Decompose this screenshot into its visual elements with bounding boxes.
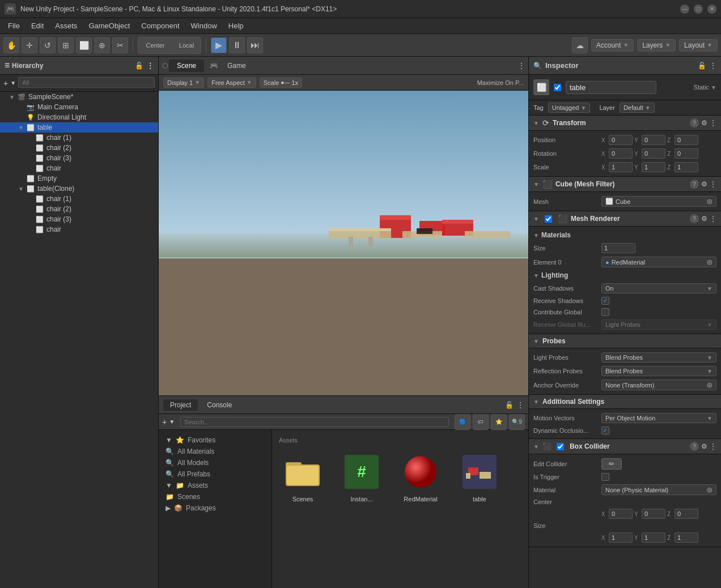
mesh-filter-help-icon[interactable]: ?: [690, 180, 699, 189]
play-button[interactable]: ▶: [211, 37, 227, 53]
hierarchy-menu-icon[interactable]: ⋮: [147, 62, 154, 70]
hierarchy-search-input[interactable]: [18, 77, 155, 88]
account-dropdown[interactable]: Account▼: [591, 39, 634, 52]
sidebar-item-all-models[interactable]: 🔍 All Models: [161, 457, 269, 468]
rotation-y-input[interactable]: [642, 148, 665, 159]
mesh-renderer-help-icon[interactable]: ?: [690, 214, 699, 223]
hierarchy-search-toggle[interactable]: ▼: [10, 80, 16, 86]
materials-subsection-header[interactable]: ▼ Materials: [529, 229, 721, 241]
hierarchy-item-1[interactable]: 📷 Main Camera: [0, 102, 158, 112]
sidebar-item-assets-header[interactable]: ▼ 📁 Assets: [161, 480, 269, 491]
hierarchy-item-8[interactable]: ⬜ Empty: [0, 173, 158, 184]
transform-component-header[interactable]: ▼ ⟳ Transform ? ⚙ ⋮: [529, 116, 721, 131]
scale-z-input[interactable]: [675, 162, 698, 172]
rotation-x-input[interactable]: [609, 148, 633, 159]
asset-search-input[interactable]: [180, 417, 449, 427]
hierarchy-item-9[interactable]: ▼ ⬜ table(Clone): [0, 184, 158, 194]
hierarchy-item-4[interactable]: ⬜ chair (1): [0, 133, 158, 143]
element0-select-icon[interactable]: ◎: [707, 258, 712, 266]
local-button[interactable]: Local: [172, 37, 201, 53]
hierarchy-item-12[interactable]: ⬜ chair (3): [0, 214, 158, 224]
sidebar-item-scenes[interactable]: 📁 Scenes: [161, 491, 269, 502]
mesh-filter-header[interactable]: ▼ ⬛ Cube (Mesh Filter) ? ⚙ ⋮: [529, 177, 721, 192]
sidebar-item-all-prefabs[interactable]: 🔍 All Prefabs: [161, 468, 269, 480]
anchor-override-ref[interactable]: None (Transform) ◎: [601, 380, 716, 390]
rotate-tool-button[interactable]: ↺: [40, 37, 56, 53]
light-probes-dropdown[interactable]: Blend Probes▼: [601, 352, 716, 363]
mesh-renderer-header[interactable]: ▼ ⬛ Mesh Renderer ? ⚙ ⋮: [529, 211, 721, 227]
menu-window[interactable]: Window: [185, 19, 223, 32]
hand-tool-button[interactable]: ✋: [3, 37, 19, 53]
rotation-z-input[interactable]: [675, 148, 698, 159]
anchor-select-icon[interactable]: ◎: [707, 381, 712, 389]
mesh-renderer-settings-icon[interactable]: ⚙: [701, 215, 707, 223]
transform-menu-icon[interactable]: ⋮: [710, 119, 716, 127]
layout-dropdown[interactable]: Layout▼: [679, 39, 718, 52]
menu-file[interactable]: File: [2, 19, 26, 32]
is-trigger-checkbox[interactable]: [601, 473, 609, 481]
collider-size-z-input[interactable]: [675, 532, 698, 543]
display-dropdown[interactable]: Display 1▼: [163, 78, 204, 88]
filter-favorites-button[interactable]: ⭐: [491, 414, 507, 430]
menu-edit[interactable]: Edit: [26, 19, 49, 32]
scale-y-input[interactable]: [642, 162, 665, 172]
collider-size-x-input[interactable]: [609, 532, 633, 543]
object-name-input[interactable]: [566, 81, 656, 94]
maximize-toggle[interactable]: Maximize On P...: [477, 79, 524, 86]
add-asset-button[interactable]: +: [162, 417, 167, 427]
asset-menu-icon[interactable]: ▼: [169, 419, 175, 425]
collider-material-ref[interactable]: None (Physic Material) ◎: [601, 484, 716, 495]
sidebar-item-favorites-header[interactable]: ▼ ⭐ Favorites: [161, 434, 269, 446]
contribute-global-checkbox[interactable]: [601, 308, 609, 316]
tab-console[interactable]: Console: [200, 399, 239, 411]
hierarchy-item-10[interactable]: ⬜ chair (1): [0, 194, 158, 204]
box-collider-enable-toggle[interactable]: [557, 443, 564, 450]
mesh-renderer-enable-toggle[interactable]: [545, 215, 552, 223]
tag-dropdown[interactable]: Untagged▼: [548, 103, 591, 113]
move-tool-button[interactable]: ✛: [22, 37, 37, 53]
motion-vectors-dropdown[interactable]: Per Object Motion▼: [601, 413, 716, 423]
layers-dropdown[interactable]: Layers▼: [637, 39, 676, 52]
box-collider-header[interactable]: ▼ ⬛ Box Collider ? ⚙ ⋮: [529, 439, 721, 454]
project-menu-icon[interactable]: ⋮: [517, 401, 524, 409]
reflection-probes-dropdown[interactable]: Blend Probes▼: [601, 366, 716, 376]
rect-tool-button[interactable]: ⬜: [76, 37, 92, 53]
collider-center-x-input[interactable]: [609, 509, 633, 519]
add-hierarchy-button[interactable]: +: [3, 79, 8, 88]
step-button[interactable]: ⏭: [247, 37, 263, 53]
sidebar-item-all-materials[interactable]: 🔍 All Materials: [161, 446, 269, 457]
maximize-button[interactable]: □: [694, 5, 703, 14]
cloud-button[interactable]: ☁: [572, 37, 588, 53]
mesh-ref-select-icon[interactable]: ◎: [707, 198, 712, 205]
hierarchy-item-2[interactable]: 💡 Directional Light: [0, 112, 158, 122]
pause-button[interactable]: ⏸: [229, 37, 245, 53]
inspector-lock-icon[interactable]: 🔓: [698, 62, 706, 70]
scale-x-input[interactable]: [609, 162, 633, 172]
center-button[interactable]: Center: [138, 37, 172, 53]
materials-size-input[interactable]: [601, 243, 635, 253]
scale-tool-button[interactable]: ⊞: [58, 37, 74, 53]
hierarchy-item-7[interactable]: ⬜ chair: [0, 163, 158, 173]
lighting-subsection-header[interactable]: ▼ Lighting: [529, 269, 721, 282]
custom-tool-button[interactable]: ✂: [112, 37, 128, 53]
position-x-input[interactable]: [609, 135, 633, 145]
mesh-ref[interactable]: ⬜ Cube ◎: [601, 196, 716, 207]
hierarchy-item-11[interactable]: ⬜ chair (2): [0, 204, 158, 214]
hierarchy-item-5[interactable]: ⬜ chair (2): [0, 143, 158, 153]
filter-count[interactable]: 🔍9: [509, 414, 525, 430]
tab-project[interactable]: Project: [163, 399, 198, 411]
hierarchy-lock-icon[interactable]: 🔓: [135, 62, 143, 70]
tab-game[interactable]: Game: [219, 59, 254, 72]
box-collider-menu-icon[interactable]: ⋮: [710, 442, 716, 450]
inspector-menu-icon[interactable]: ⋮: [710, 62, 716, 70]
transform-settings-icon[interactable]: ⚙: [701, 119, 707, 127]
element0-ref[interactable]: ● RedMaterial ◎: [601, 257, 716, 267]
sidebar-item-packages[interactable]: ▶ 📦 Packages: [161, 502, 269, 514]
hierarchy-item-13[interactable]: ⬜ chair: [0, 224, 158, 235]
collider-center-y-input[interactable]: [642, 509, 665, 519]
asset-item-1[interactable]: # Instan...: [338, 448, 385, 506]
aspect-dropdown[interactable]: Free Aspect▼: [207, 78, 256, 88]
position-z-input[interactable]: [675, 135, 698, 145]
menu-assets[interactable]: Assets: [49, 19, 83, 32]
receive-global-dropdown[interactable]: Light Probes ▼: [601, 319, 716, 330]
